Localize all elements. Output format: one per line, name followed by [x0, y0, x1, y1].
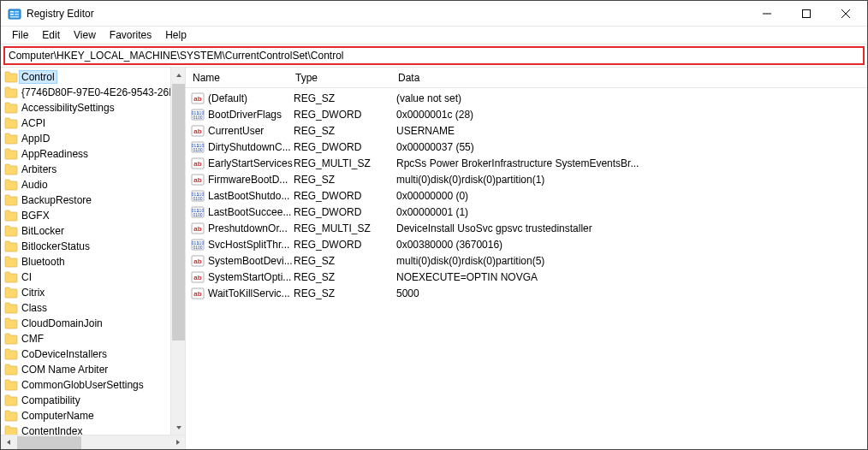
maximize-button[interactable]: [787, 1, 826, 27]
value-data: 5000: [396, 287, 867, 299]
scroll-thumb-h[interactable]: [17, 436, 81, 449]
registry-value-row[interactable]: SvcHostSplitThr...REG_DWORD0x00380000 (3…: [191, 236, 867, 252]
folder-icon: [4, 364, 18, 376]
tree-item[interactable]: ComputerName: [1, 408, 170, 423]
registry-value-row[interactable]: CurrentUserREG_SZUSERNAME: [191, 122, 867, 139]
tree-item[interactable]: Audio: [1, 177, 170, 192]
value-data: DeviceInstall UsoSvc gpsvc trustedinstal…: [396, 222, 867, 234]
registry-value-row[interactable]: (Default)REG_SZ(value not set): [191, 90, 867, 106]
tree-item-label: {7746D80F-97E0-4E26-9543-26B41: [20, 86, 170, 98]
column-header-name[interactable]: Name: [193, 72, 295, 84]
folder-icon: [4, 225, 18, 237]
tree-item[interactable]: CI: [1, 269, 170, 285]
value-name: (Default): [208, 92, 294, 104]
menu-edit[interactable]: Edit: [36, 27, 66, 43]
close-button[interactable]: [826, 1, 865, 27]
tree-item-label: Audio: [20, 179, 50, 191]
scroll-down-button[interactable]: [171, 420, 185, 435]
folder-icon: [4, 117, 18, 129]
binary-value-icon: [191, 238, 205, 252]
svg-rect-1: [10, 11, 14, 13]
tree-item[interactable]: Compatibility: [1, 393, 170, 408]
tree-item-label: AppReadiness: [20, 148, 90, 160]
tree-vertical-scrollbar[interactable]: [170, 68, 185, 435]
scroll-up-button[interactable]: [171, 68, 185, 82]
menu-file[interactable]: File: [6, 27, 34, 43]
tree-item[interactable]: AppID: [1, 131, 170, 146]
registry-value-row[interactable]: BootDriverFlagsREG_DWORD0x0000001c (28): [191, 106, 867, 122]
tree-item-label: Class: [20, 302, 49, 314]
tree-item[interactable]: COM Name Arbiter: [1, 362, 170, 377]
value-name: FirmwareBootD...: [208, 174, 294, 186]
tree-item[interactable]: BGFX: [1, 208, 170, 223]
tree-item[interactable]: CloudDomainJoin: [1, 316, 170, 331]
value-data: 0x0000001c (28): [396, 109, 867, 121]
scroll-thumb[interactable]: [172, 84, 185, 340]
menu-view[interactable]: View: [68, 27, 102, 43]
value-data: (value not set): [396, 92, 867, 104]
scroll-track-h[interactable]: [15, 435, 170, 450]
menu-help[interactable]: Help: [159, 27, 193, 43]
tree-item-label: CommonGlobUserSettings: [20, 379, 146, 391]
column-header-data[interactable]: Data: [398, 72, 867, 84]
scroll-left-button[interactable]: [1, 435, 15, 450]
string-value-icon: [191, 270, 205, 284]
registry-value-row[interactable]: DirtyShutdownC...REG_DWORD0x00000037 (55…: [191, 139, 867, 155]
value-type: REG_SZ: [294, 92, 396, 104]
value-data: 0x00380000 (3670016): [396, 239, 867, 251]
tree-item[interactable]: CoDeviceInstallers: [1, 346, 170, 362]
menu-favorites[interactable]: Favorites: [104, 27, 158, 43]
string-value-icon: [191, 157, 205, 170]
detail-pane: Name Type Data (Default)REG_SZ(value not…: [186, 68, 867, 449]
tree-item[interactable]: {7746D80F-97E0-4E26-9543-26B41: [1, 85, 170, 100]
tree-item[interactable]: BackupRestore: [1, 192, 170, 208]
folder-icon: [4, 410, 18, 422]
registry-value-row[interactable]: PreshutdownOr...REG_MULTI_SZDeviceInstal…: [191, 220, 867, 236]
column-header-type[interactable]: Type: [295, 72, 398, 84]
folder-icon: [4, 240, 18, 252]
scroll-track[interactable]: [171, 82, 185, 420]
tree-item[interactable]: Arbiters: [1, 162, 170, 177]
tree-item[interactable]: Class: [1, 300, 170, 316]
tree-item[interactable]: BitlockerStatus: [1, 239, 170, 254]
registry-value-row[interactable]: LastBootSuccee...REG_DWORD0x00000001 (1): [191, 204, 867, 220]
value-list: (Default)REG_SZ(value not set)BootDriver…: [186, 88, 867, 449]
value-name: WaitToKillServic...: [208, 287, 294, 299]
address-bar[interactable]: Computer\HKEY_LOCAL_MACHINE\SYSTEM\Curre…: [3, 46, 865, 65]
value-type: REG_DWORD: [294, 109, 396, 121]
tree-item[interactable]: Citrix: [1, 285, 170, 300]
tree-item-label: BGFX: [20, 210, 51, 222]
tree-item[interactable]: AppReadiness: [1, 146, 170, 162]
tree-item[interactable]: CommonGlobUserSettings: [1, 377, 170, 393]
tree-item[interactable]: CMF: [1, 331, 170, 346]
scroll-right-button[interactable]: [170, 435, 185, 450]
tree-item[interactable]: AccessibilitySettings: [1, 100, 170, 115]
tree-item[interactable]: ACPI: [1, 115, 170, 131]
registry-value-row[interactable]: SystemBootDevi...REG_SZmulti(0)disk(0)rd…: [191, 252, 867, 269]
folder-icon: [4, 102, 18, 114]
string-value-icon: [191, 92, 205, 105]
tree-item[interactable]: ContentIndex: [1, 423, 170, 435]
value-type: REG_MULTI_SZ: [294, 157, 396, 169]
value-name: SystemBootDevi...: [208, 255, 294, 267]
registry-value-row[interactable]: FirmwareBootD...REG_SZmulti(0)disk(0)rdi…: [191, 171, 867, 187]
registry-value-row[interactable]: SystemStartOpti...REG_SZ NOEXECUTE=OPTIN…: [191, 269, 867, 285]
tree-item[interactable]: BitLocker: [1, 223, 170, 239]
window-controls: [747, 1, 865, 27]
registry-value-row[interactable]: EarlyStartServicesREG_MULTI_SZRpcSs Powe…: [191, 155, 867, 171]
value-data: NOEXECUTE=OPTIN NOVGA: [396, 271, 867, 283]
minimize-button[interactable]: [747, 1, 787, 27]
registry-value-row[interactable]: WaitToKillServic...REG_SZ5000: [191, 285, 867, 301]
value-data: USERNAME: [396, 125, 867, 137]
folder-icon: [4, 148, 18, 160]
value-data: 0x00000000 (0): [396, 190, 867, 202]
tree-item-label: Citrix: [20, 287, 46, 299]
folder-icon: [4, 348, 18, 360]
tree-item[interactable]: Control: [1, 69, 170, 85]
tree-horizontal-scrollbar[interactable]: [1, 435, 185, 449]
registry-value-row[interactable]: LastBootShutdo...REG_DWORD0x00000000 (0): [191, 187, 867, 204]
tree-item[interactable]: Bluetooth: [1, 254, 170, 269]
folder-icon: [4, 333, 18, 345]
folder-icon: [4, 71, 18, 83]
tree-item-label: CI: [20, 271, 33, 283]
